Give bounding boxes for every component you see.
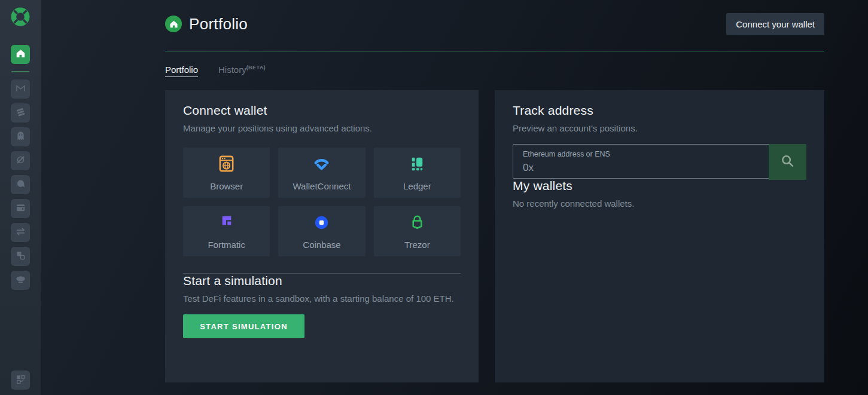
maker-icon — [15, 82, 26, 96]
wallet-options-grid: Browser WalletConnect — [183, 148, 461, 256]
address-input-label: Ethereum address or ENS — [523, 150, 610, 158]
sidebar-active-divider — [11, 71, 29, 72]
ledger-icon — [407, 154, 427, 176]
aave-ghost-icon — [15, 130, 26, 144]
sidebar-item-home[interactable] — [11, 45, 30, 64]
header-divider — [165, 51, 824, 51]
sidebar-item-shifter[interactable] — [11, 247, 30, 266]
wallet-option-ledger[interactable]: Ledger — [374, 148, 461, 198]
exchange-arrows-icon — [15, 226, 26, 240]
track-address-subtitle: Preview an account's positions. — [513, 123, 806, 133]
wallet-option-label: Coinbase — [303, 240, 340, 250]
simulation-subtitle: Test DeFi features in a sandbox, with a … — [183, 293, 461, 304]
defi-saver-logo-icon[interactable] — [9, 5, 32, 28]
track-address-panel: Track address Preview an account's posit… — [495, 90, 824, 382]
sidebar-item-savings[interactable] — [11, 199, 30, 218]
shifter-icon — [15, 250, 26, 264]
wallet-option-label: WalletConnect — [293, 181, 351, 191]
address-input-group: Ethereum address or ENS — [513, 144, 806, 179]
main-content: Portfolio Connect your wallet Portfolio … — [165, 0, 824, 382]
sidebar — [0, 0, 41, 395]
wallet-option-trezor[interactable]: Trezor — [374, 206, 461, 256]
connect-wallet-subtitle: Manage your positions using advanced act… — [183, 123, 461, 133]
sidebar-item-exchange[interactable] — [11, 223, 30, 242]
home-icon — [16, 48, 26, 61]
sidebar-item-aave[interactable] — [11, 127, 30, 146]
wallet-option-label: Browser — [210, 181, 243, 191]
wallet-option-label: Ledger — [403, 181, 431, 191]
address-input[interactable] — [523, 162, 758, 174]
connect-your-wallet-button[interactable]: Connect your wallet — [726, 13, 824, 35]
page-header: Portfolio Connect your wallet — [165, 0, 824, 35]
wallet-option-label: Trezor — [404, 240, 430, 250]
my-wallets-title: My wallets — [513, 179, 806, 193]
sidebar-item-compound[interactable] — [11, 103, 30, 123]
connect-blocks-icon — [15, 373, 26, 387]
address-search-button[interactable] — [769, 144, 806, 180]
tab-history[interactable]: History(BETA) — [218, 65, 266, 75]
wallet-option-coinbase[interactable]: Coinbase — [278, 206, 365, 256]
liquity-icon — [15, 178, 26, 192]
trezor-lock-icon — [407, 213, 427, 235]
my-wallets-empty-text: No recently connected wallets. — [513, 198, 806, 209]
sidebar-item-recipes[interactable] — [11, 271, 30, 290]
sidebar-item-connect[interactable] — [11, 370, 30, 390]
browser-wallet-icon — [217, 154, 236, 176]
savings-wallet-icon — [15, 202, 26, 216]
sidebar-item-reflexer[interactable] — [11, 151, 30, 170]
wallet-option-walletconnect[interactable]: WalletConnect — [278, 148, 365, 198]
start-simulation-button[interactable]: START SIMULATION — [183, 314, 304, 338]
compound-icon — [15, 106, 26, 120]
wallet-option-fortmatic[interactable]: Fortmatic — [183, 206, 270, 256]
beta-badge: (BETA) — [246, 65, 266, 71]
chef-hat-icon — [15, 274, 26, 287]
reflexer-icon — [15, 154, 26, 168]
connect-wallet-title: Connect wallet — [183, 103, 461, 118]
sidebar-item-liquity[interactable] — [11, 175, 30, 194]
track-address-title: Track address — [513, 103, 806, 118]
search-icon — [780, 154, 795, 170]
connect-wallet-panel: Connect wallet Manage your positions usi… — [165, 90, 479, 382]
coinbase-icon — [312, 213, 331, 235]
page-title: Portfolio — [189, 15, 248, 33]
tab-portfolio[interactable]: Portfolio — [165, 65, 198, 77]
simulation-title: Start a simulation — [183, 274, 461, 288]
fortmatic-icon — [217, 213, 236, 235]
sidebar-item-maker[interactable] — [11, 79, 30, 99]
wallet-option-browser[interactable]: Browser — [183, 148, 270, 198]
tab-bar: Portfolio History(BETA) — [165, 65, 824, 78]
portfolio-home-badge-icon — [165, 16, 182, 32]
wallet-option-label: Fortmatic — [208, 240, 245, 250]
walletconnect-icon — [312, 154, 331, 176]
